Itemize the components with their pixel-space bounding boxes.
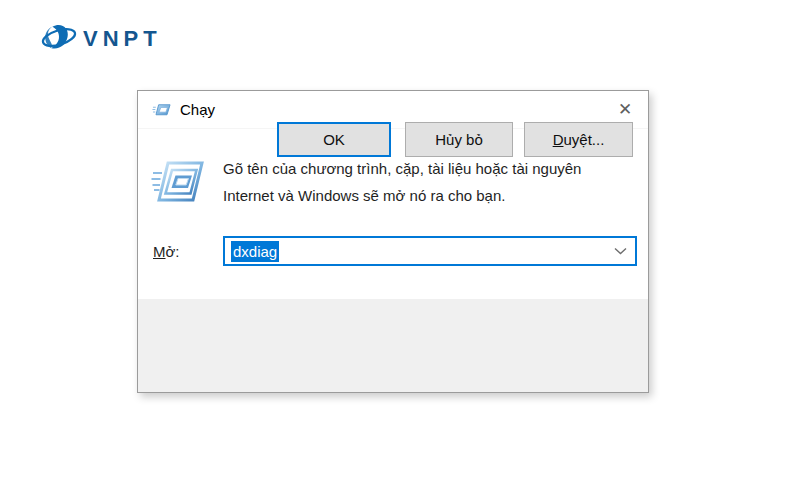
dialog-footer: [138, 299, 648, 392]
browse-button-rest: uyệt...: [563, 131, 604, 148]
vnpt-logo: VNPT: [40, 20, 162, 58]
run-dialog: Chạy ✕: [137, 90, 649, 393]
dialog-title: Chạy: [180, 101, 215, 118]
vnpt-logo-text: VNPT: [83, 26, 162, 52]
open-label-accesskey: M: [153, 243, 166, 260]
run-icon: [152, 103, 171, 117]
chevron-down-icon: [614, 247, 627, 255]
dialog-message-line2: Internet và Windows sẽ mở nó ra cho bạn.: [223, 182, 581, 209]
page-background: VNPT Chạy ✕: [0, 0, 800, 500]
open-label-rest: ở:: [166, 243, 180, 260]
dialog-message-line1: Gõ tên của chương trình, cặp, tài liệu h…: [223, 155, 581, 182]
open-label: Mở:: [153, 243, 180, 260]
dropdown-button[interactable]: [605, 238, 635, 264]
open-input[interactable]: dxdiag: [223, 236, 637, 266]
browse-button[interactable]: Duyệt...: [524, 122, 633, 157]
close-icon: ✕: [618, 101, 632, 118]
vnpt-globe-icon: [40, 20, 78, 58]
browse-button-accesskey: D: [553, 131, 564, 148]
dialog-message: Gõ tên của chương trình, cặp, tài liệu h…: [223, 155, 581, 209]
cancel-button[interactable]: Hủy bỏ: [405, 122, 513, 157]
run-icon-large: [150, 157, 206, 211]
ok-button[interactable]: OK: [277, 122, 391, 157]
open-input-value: dxdiag: [231, 241, 279, 262]
